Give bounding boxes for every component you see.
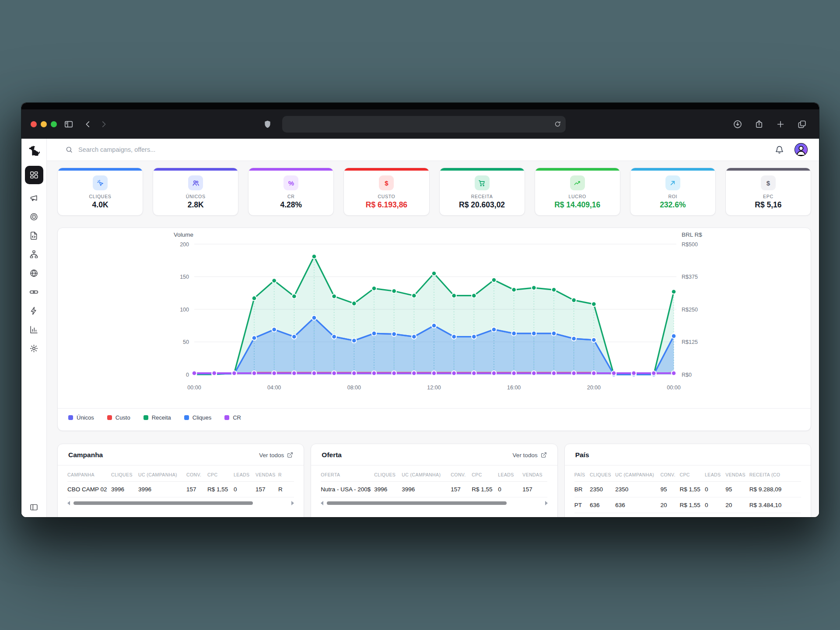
kpi-card-roi[interactable]: ROI 232.6% <box>630 168 716 216</box>
megaphone-icon <box>29 193 38 203</box>
table-cell: 157 <box>186 482 207 497</box>
browser-sidebar-toggle-icon[interactable] <box>64 119 74 129</box>
shield-icon[interactable] <box>263 119 272 129</box>
bell-icon[interactable] <box>775 145 784 154</box>
svg-text:50: 50 <box>183 339 189 345</box>
avatar[interactable] <box>794 143 808 156</box>
sidebar-item-target[interactable] <box>25 207 43 226</box>
kpi-card-cliques[interactable]: CLIQUES 4.0K <box>57 168 143 216</box>
scroll-right-icon[interactable] <box>545 501 548 505</box>
sidebar-item-campaigns[interactable] <box>25 189 43 207</box>
legend-item[interactable]: Receita <box>144 414 171 421</box>
search-input[interactable] <box>78 146 262 153</box>
forward-icon[interactable] <box>99 119 108 129</box>
close-window-button[interactable] <box>31 121 37 127</box>
legend-label: Únicos <box>77 414 94 421</box>
zoom-window-button[interactable] <box>51 121 57 127</box>
legend-item[interactable]: Custo <box>107 414 130 421</box>
sidebar-item-settings[interactable] <box>25 339 43 358</box>
traffic-chart-card: 0R$050R$125100R$250150R$375200R$500Volum… <box>57 228 811 431</box>
kpi-value: 232.6% <box>660 200 686 210</box>
sidebar-item-integrations[interactable] <box>25 301 43 320</box>
dashboard-content: CLIQUES 4.0K ÚNICOS 2.8K % CR <box>47 161 819 517</box>
kpi-card-epc[interactable]: $ EPC R$ 5,16 <box>725 168 811 216</box>
table-cell: 0 <box>705 482 725 497</box>
sidebar-item-dashboard[interactable] <box>25 166 43 184</box>
column-header: CONV. <box>186 466 207 482</box>
legend-swatch <box>144 415 148 420</box>
column-header: CPC <box>207 466 234 482</box>
kpi-row: CLIQUES 4.0K ÚNICOS 2.8K % CR <box>57 168 811 216</box>
kpi-value: 4.28% <box>280 200 302 210</box>
table-row[interactable]: PT63663620R$ 1,55020R$ 3.484,10 <box>574 497 801 513</box>
sidebar-item-flows[interactable] <box>25 245 43 264</box>
campanha-h-scrollbar[interactable] <box>67 500 294 506</box>
kpi-card-unicos[interactable]: ÚNICOS 2.8K <box>153 168 238 216</box>
table-row[interactable]: Nutra - USA - 200$39963996157R$ 1,550157 <box>321 482 547 497</box>
svg-text:Volume: Volume <box>174 231 193 238</box>
browser-window: CLIQUES 4.0K ÚNICOS 2.8K % CR <box>21 103 819 517</box>
scrollbar-thumb[interactable] <box>327 501 506 505</box>
scroll-left-icon[interactable] <box>67 501 70 505</box>
tab-overview-icon[interactable] <box>797 119 807 129</box>
legend-item[interactable]: CR <box>224 414 241 421</box>
legend-item[interactable]: Cliques <box>184 414 211 421</box>
campanha-ver-todos-link[interactable]: Ver todos <box>259 452 293 458</box>
back-icon[interactable] <box>83 119 93 129</box>
hierarchy-icon <box>29 250 38 259</box>
table-cell: 95 <box>661 482 680 497</box>
scroll-right-icon[interactable] <box>291 501 294 505</box>
column-header: CONV. <box>661 466 680 482</box>
downloads-icon[interactable] <box>733 119 742 129</box>
pais-title: País <box>575 451 589 459</box>
legend-label: Cliques <box>192 414 211 421</box>
table-row[interactable]: CBO CAMP 0239963996157R$ 1,550157R <box>67 482 294 497</box>
kpi-label: CUSTO <box>378 194 395 199</box>
legend-item[interactable]: Únicos <box>68 414 94 421</box>
svg-text:R$250: R$250 <box>682 307 698 313</box>
trending-up-icon <box>570 175 585 190</box>
traffic-lights <box>31 121 57 127</box>
svg-text:16:00: 16:00 <box>507 385 521 391</box>
scroll-left-icon[interactable] <box>321 501 323 505</box>
kpi-value: R$ 6.193,86 <box>366 200 407 210</box>
kpi-label: LUCRO <box>569 194 586 199</box>
column-header: CAMPANHA <box>67 466 111 482</box>
sidebar-item-reports[interactable] <box>25 320 43 339</box>
address-bar[interactable] <box>282 116 566 133</box>
svg-text:R$375: R$375 <box>682 274 698 280</box>
sidebar-item-links[interactable] <box>25 283 43 301</box>
column-header: LEADS <box>234 466 256 482</box>
table-cell: PT <box>574 497 590 513</box>
oferta-ver-todos-link[interactable]: Ver todos <box>513 452 547 458</box>
kpi-value: 4.0K <box>92 200 108 210</box>
collapse-sidebar-icon[interactable] <box>29 503 38 512</box>
kpi-card-receita[interactable]: RECEITA R$ 20.603,02 <box>439 168 525 216</box>
table-row[interactable]: BR2350235095R$ 1,55095R$ 9.288,09 <box>574 482 801 497</box>
kpi-card-custo[interactable]: $ CUSTO R$ 6.193,86 <box>343 168 429 216</box>
column-header: CPC <box>679 466 705 482</box>
table-cell: 0 <box>498 482 522 497</box>
kpi-card-lucro[interactable]: LUCRO R$ 14.409,16 <box>535 168 620 216</box>
kpi-card-cr[interactable]: % CR 4.28% <box>248 168 334 216</box>
table-header-row: OFERTACLIQUESUC (CAMPANHA)CONV.CPCLEADSV… <box>321 466 547 482</box>
reload-icon[interactable] <box>554 120 561 128</box>
sidebar-item-domains[interactable] <box>25 264 43 283</box>
table-cell: 157 <box>451 482 472 497</box>
kpi-value: R$ 20.603,02 <box>459 200 505 210</box>
share-icon[interactable] <box>754 119 764 129</box>
scrollbar-thumb[interactable] <box>74 501 253 505</box>
column-header: PAÍS <box>574 466 590 482</box>
kpi-label: CLIQUES <box>89 194 112 199</box>
oferta-table: OFERTACLIQUESUC (CAMPANHA)CONV.CPCLEADSV… <box>321 466 547 497</box>
column-header: LEADS <box>705 466 725 482</box>
bar-chart-icon <box>29 325 38 334</box>
minimize-window-button[interactable] <box>41 121 47 127</box>
table-cell: 3996 <box>111 482 138 497</box>
svg-text:200: 200 <box>180 242 189 248</box>
sidebar-item-landing-pages[interactable] <box>25 226 43 245</box>
oferta-h-scrollbar[interactable] <box>321 500 547 506</box>
new-tab-icon[interactable] <box>776 119 785 129</box>
column-header: UC (CAMPANHA) <box>615 466 660 482</box>
svg-text:R$500: R$500 <box>682 242 698 248</box>
